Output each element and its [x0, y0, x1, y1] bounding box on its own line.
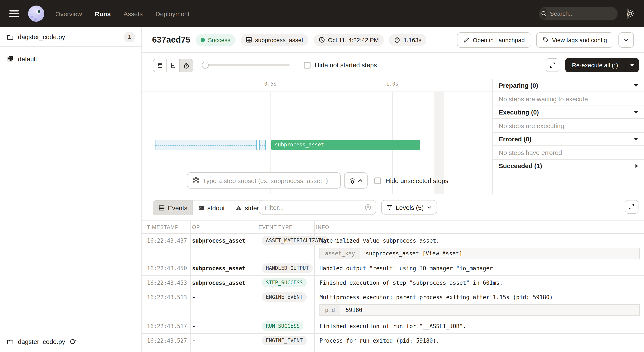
event-type-badge: ASSET_MATERIALIZAT…	[262, 236, 328, 245]
caret-down-icon	[634, 84, 638, 87]
sidebar-item-default[interactable]: default	[0, 54, 142, 64]
hide-unselected-label: Hide unselected steps	[386, 177, 448, 184]
search-icon	[541, 8, 547, 19]
hide-unselected-checkbox[interactable]	[374, 177, 381, 184]
gantt-zoom-slider[interactable]	[203, 64, 290, 66]
dagster-logo[interactable]	[28, 5, 44, 22]
nav-link-deployment[interactable]: Deployment	[156, 10, 190, 17]
layers-icon	[350, 177, 355, 184]
table-row[interactable]: 16:22:43.527 - ENGINE_EVENT Process for …	[142, 334, 644, 348]
timer-icon	[394, 37, 400, 43]
nav-link-overview[interactable]: Overview	[55, 10, 82, 17]
table-row[interactable]: 16:22:43.453 subprocess_asset STEP_SUCCE…	[142, 276, 644, 290]
sidebar-footer: dagster_code.py	[0, 331, 142, 352]
col-op: OP	[192, 224, 200, 230]
step-subset-row: Hide unselected steps	[142, 172, 492, 189]
search-input[interactable]	[550, 10, 627, 17]
step-subset-field[interactable]	[187, 172, 341, 189]
view-asset-link[interactable]: View Asset	[426, 250, 459, 257]
sidebar-code-location-header[interactable]: dagster_code.py 1	[0, 27, 142, 47]
gantt-waiting-segment	[154, 140, 257, 150]
nav-links: Overview Runs Assets Deployment	[55, 10, 190, 17]
log-filter-field[interactable]	[259, 200, 376, 215]
logs-fullscreen-button[interactable]	[625, 200, 638, 214]
nav-link-assets[interactable]: Assets	[124, 10, 143, 17]
table-row[interactable]: 16:22:43.450 subprocess_asset HANDLED_OU…	[142, 261, 644, 276]
event-op: subprocess_asset	[192, 238, 245, 244]
nav-link-runs[interactable]: Runs	[95, 10, 111, 17]
clock-icon	[318, 37, 325, 43]
pencil-icon	[464, 37, 469, 43]
asset-grid-icon	[246, 37, 252, 43]
open-in-launchpad-button[interactable]: Open in Launchpad	[457, 32, 531, 47]
hamburger-menu-icon[interactable]	[9, 10, 19, 17]
table-icon	[158, 205, 165, 211]
timeline-tick-10s: 1.0s	[386, 81, 398, 87]
gantt-waiting-segment-2	[259, 140, 266, 150]
view-tags-config-button[interactable]: View tags and config	[536, 32, 613, 47]
sidebar-code-location-label: dagster_code.py	[18, 33, 120, 40]
event-type-badge: HANDLED_OUTPUT	[262, 264, 313, 273]
timeline-tick-05s: 0.5s	[264, 81, 277, 87]
gantt-fullscreen-button[interactable]	[546, 58, 559, 72]
event-op: subprocess_asset	[192, 265, 245, 272]
table-row[interactable]: 16:22:43.517 - RUN_SUCCESS Finished exec…	[142, 319, 644, 334]
dagster-run-page: Overview Runs Assets Deployment /	[0, 0, 644, 352]
log-filter-input[interactable]	[264, 204, 364, 211]
panel-section-title: Succeeded (1)	[499, 162, 636, 169]
tab-stdout[interactable]: stdout	[193, 200, 230, 215]
asset-tag[interactable]: subprocess_asset	[241, 34, 308, 46]
hide-not-started-checkbox[interactable]	[304, 61, 310, 68]
status-label: Success	[208, 36, 230, 43]
hide-not-started-checkbox-row: Hide not started steps	[304, 61, 377, 68]
clear-filter-icon[interactable]	[364, 204, 372, 211]
view-mode-waterfall-icon[interactable]	[166, 59, 180, 72]
tab-events-label: Events	[168, 204, 188, 211]
table-row[interactable]: 16:22:43.513 - ENGINE_EVENT Multiprocess…	[142, 290, 644, 319]
event-timestamp: 16:22:43.450	[147, 265, 187, 272]
step-subset-input[interactable]	[203, 177, 335, 184]
metadata-value: subprocess_asset	[366, 250, 419, 257]
panel-section-preparing[interactable]: Preparing (0)	[493, 79, 644, 92]
gantt-bar-subprocess-asset[interactable]: subprocess_asset	[271, 140, 420, 150]
bracket: ]	[459, 250, 462, 257]
run-id: 637aed75	[152, 35, 190, 45]
panel-section-title: Errored (0)	[499, 135, 634, 143]
reexecute-all-button[interactable]: Re-execute all (*)	[565, 58, 639, 72]
gear-icon[interactable]	[626, 9, 635, 18]
step-subset-collapse-button[interactable]	[344, 172, 368, 189]
folder-icon	[7, 338, 14, 345]
event-info: Finished execution of run for "__ASSET_J…	[320, 323, 466, 330]
main-content: 637aed75 Success subprocess_asset	[142, 27, 644, 352]
run-actions-dropdown-button[interactable]	[618, 32, 634, 47]
event-op: -	[192, 338, 196, 344]
bracket: [	[422, 250, 426, 257]
event-type-badge: STEP_SUCCESS	[262, 278, 306, 287]
tab-events[interactable]: Events	[153, 200, 193, 215]
timestamp-tag-label: Oct 11, 4:22:42 PM	[328, 36, 379, 43]
event-timestamp: 16:22:43.527	[147, 338, 187, 344]
metadata-key: pid	[320, 305, 340, 315]
duration-tag-label: 1.163s	[404, 36, 422, 43]
duration-tag: 1.163s	[389, 34, 426, 46]
global-search[interactable]: /	[539, 7, 618, 20]
status-badge: Success	[196, 34, 236, 46]
panel-message-preparing: No steps are waiting to execute	[493, 92, 644, 106]
hide-not-started-label: Hide not started steps	[315, 61, 377, 68]
reexecute-dropdown-caret[interactable]	[625, 58, 639, 72]
step-graph-icon	[192, 177, 199, 184]
panel-section-succeeded[interactable]: Succeeded (1)	[493, 160, 644, 172]
view-mode-timed-icon[interactable]	[180, 59, 193, 72]
table-row[interactable]: 16:22:43.437 subprocess_asset ASSET_MATE…	[142, 234, 644, 261]
levels-filter-button[interactable]: Levels (5)	[381, 200, 437, 215]
tab-stderr-label: stderr	[245, 204, 261, 211]
view-mode-flat-icon[interactable]	[153, 59, 166, 72]
expand-icon	[629, 204, 635, 210]
panel-section-errored[interactable]: Errored (0)	[493, 133, 644, 146]
event-type-badge: ENGINE_EVENT	[262, 292, 306, 302]
slider-knob[interactable]	[202, 62, 209, 68]
event-timestamp: 16:22:43.513	[147, 294, 187, 301]
panel-section-executing[interactable]: Executing (0)	[493, 106, 644, 119]
refresh-icon[interactable]	[70, 338, 76, 345]
logs-section: Events stdout stderr	[142, 194, 644, 352]
